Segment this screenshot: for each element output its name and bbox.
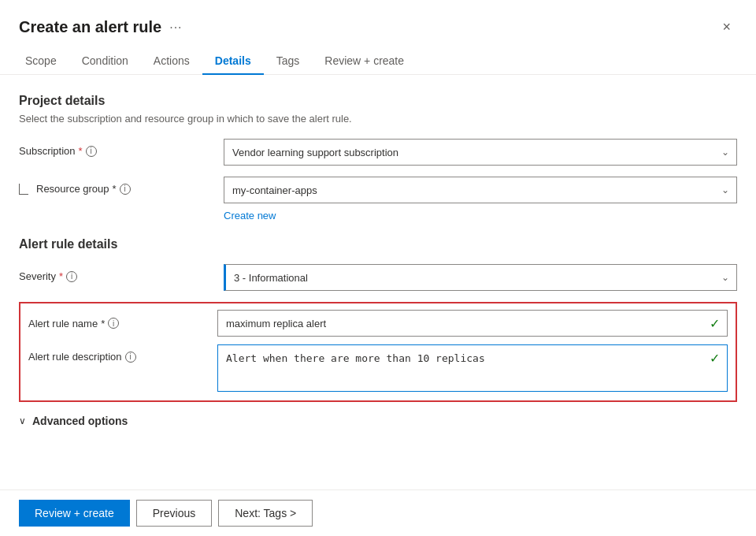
- tab-review-create[interactable]: Review + create: [312, 48, 417, 75]
- alert-rule-details-section: Alert rule details: [19, 237, 737, 251]
- alert-rule-desc-row: Alert rule description i Alert when ther…: [28, 344, 728, 394]
- highlighted-fields-box: Alert rule name * i ✓ Alert rule descrip…: [19, 302, 737, 402]
- subscription-row: Subscription * i Vendor learning support…: [19, 139, 737, 166]
- resource-group-control: my-container-apps ⌄: [224, 177, 737, 203]
- subscription-label: Subscription * i: [19, 139, 224, 157]
- subscription-info-icon[interactable]: i: [86, 146, 97, 157]
- dialog-title: Create an alert rule: [19, 18, 161, 36]
- resource-group-row: Resource group * i my-container-apps ⌄: [19, 177, 737, 203]
- subscription-select[interactable]: Vendor learning support subscription: [224, 139, 737, 166]
- dialog-header: Create an alert rule ··· ×: [0, 0, 756, 39]
- create-new-area: Create new: [19, 207, 737, 221]
- severity-control: 3 - Informational ⌄: [224, 264, 737, 291]
- resource-group-select[interactable]: my-container-apps: [224, 177, 737, 203]
- alert-rule-desc-label: Alert rule description i: [28, 344, 217, 363]
- tab-actions[interactable]: Actions: [141, 48, 202, 75]
- advanced-options-label: Advanced options: [32, 415, 128, 427]
- severity-row: Severity * i 3 - Informational ⌄: [19, 264, 737, 291]
- alert-rule-name-info-icon[interactable]: i: [108, 318, 119, 329]
- alert-rule-desc-control: Alert when there are more than 10 replic…: [217, 344, 728, 394]
- resource-group-required: *: [113, 183, 117, 195]
- project-details-title: Project details: [19, 94, 737, 108]
- project-details-desc: Select the subscription and resource gro…: [19, 113, 737, 125]
- review-create-button[interactable]: Review + create: [19, 500, 130, 527]
- alert-rule-name-label: Alert rule name * i: [28, 318, 217, 329]
- indent-connector: [19, 184, 28, 195]
- alert-rule-details-title: Alert rule details: [19, 237, 737, 251]
- alert-rule-name-control: ✓: [217, 310, 728, 337]
- tab-scope[interactable]: Scope: [19, 48, 69, 75]
- severity-required: *: [59, 270, 63, 282]
- advanced-options-collapse-icon: ∨: [19, 415, 26, 426]
- dialog-ellipsis[interactable]: ···: [169, 20, 182, 35]
- tab-tags[interactable]: Tags: [264, 48, 313, 75]
- alert-rule-name-checkmark-icon: ✓: [710, 316, 720, 331]
- alert-rule-name-required: *: [101, 318, 105, 329]
- dialog-content: Project details Select the subscription …: [0, 75, 756, 489]
- dialog-footer: Review + create Previous Next: Tags >: [0, 489, 756, 536]
- severity-select[interactable]: 3 - Informational: [224, 264, 737, 291]
- alert-rule-name-input[interactable]: [217, 310, 728, 337]
- resource-group-info-icon[interactable]: i: [120, 184, 131, 195]
- alert-rule-desc-checkmark-icon: ✓: [710, 351, 720, 366]
- subscription-required: *: [79, 145, 83, 157]
- dialog-title-area: Create an alert rule ···: [19, 18, 183, 36]
- alert-rule-name-row: Alert rule name * i ✓: [28, 310, 728, 337]
- alert-rule-desc-info-icon[interactable]: i: [125, 352, 136, 363]
- alert-rule-desc-textarea[interactable]: Alert when there are more than 10 replic…: [217, 344, 728, 392]
- create-alert-rule-dialog: Create an alert rule ··· × Scope Conditi…: [0, 0, 756, 536]
- severity-label: Severity * i: [19, 264, 224, 282]
- advanced-options-toggle[interactable]: ∨ Advanced options: [19, 415, 737, 427]
- tab-details[interactable]: Details: [202, 48, 264, 75]
- tab-condition[interactable]: Condition: [69, 48, 141, 75]
- create-new-link[interactable]: Create new: [224, 210, 276, 221]
- close-button[interactable]: ×: [716, 16, 737, 39]
- next-tags-button[interactable]: Next: Tags >: [218, 500, 313, 527]
- resource-group-label-area: Resource group * i: [19, 177, 224, 195]
- previous-button[interactable]: Previous: [136, 500, 212, 527]
- subscription-control: Vendor learning support subscription ⌄: [224, 139, 737, 166]
- tab-bar: Scope Condition Actions Details Tags Rev…: [0, 39, 756, 75]
- severity-info-icon[interactable]: i: [66, 271, 77, 282]
